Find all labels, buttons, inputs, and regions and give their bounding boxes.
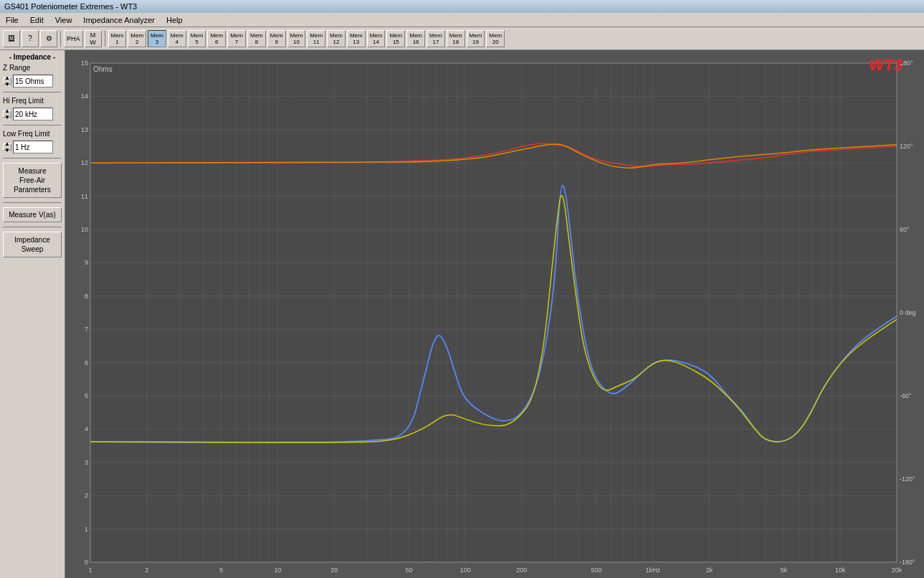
divider-4 (3, 202, 62, 203)
lo-freq-label: Low Freq Limit (3, 130, 62, 138)
toolbar-mem1[interactable]: Mem1 (108, 30, 127, 47)
toolbar: 🖼 ? ⚙ PHA MW Mem1 Mem2 Mem3 Mem4 Mem5 Me… (0, 27, 924, 50)
lo-freq-row: ▲▼ (3, 141, 62, 153)
menu-view[interactable]: View (52, 15, 75, 25)
toolbar-mem2[interactable]: Mem2 (128, 30, 146, 47)
toolbar-mem6[interactable]: Mem6 (207, 30, 226, 47)
toolbar-mem16[interactable]: Mem16 (406, 30, 425, 47)
toolbar-mem4[interactable]: Mem4 (168, 30, 186, 47)
toolbar-mem14[interactable]: Mem14 (367, 30, 386, 47)
toolbar-mem7[interactable]: Mem7 (227, 30, 246, 47)
toolbar-mem20[interactable]: Mem20 (486, 30, 505, 47)
measure-free-air-button[interactable]: MeasureFree-AirParameters (3, 163, 62, 198)
toolbar-mem11[interactable]: Mem11 (307, 30, 325, 47)
toolbar-mem9[interactable]: Mem9 (267, 30, 286, 47)
impedance-label: - Impedance - (3, 53, 62, 61)
toolbar-mem8[interactable]: Mem8 (247, 30, 266, 47)
titlebar: GS401 Poteniometer Extremes - WT3 (0, 0, 924, 13)
toolbar-mem18[interactable]: Mem18 (447, 30, 465, 47)
hi-freq-spinner[interactable]: ▲▼ (3, 110, 11, 118)
wt3-label: WT3 (870, 56, 902, 75)
divider-2 (3, 125, 62, 125)
divider-5 (3, 227, 62, 227)
toolbar-mem12[interactable]: Mem12 (327, 30, 346, 47)
hi-freq-input[interactable] (13, 108, 53, 120)
menu-impedance-analyzer[interactable]: Impedance Analyzer (80, 15, 158, 25)
main-area: - Impedance - Z Range ▲▼ Hi Freq Limit ▲… (0, 50, 924, 578)
impedance-sweep-button[interactable]: ImpedanceSweep (3, 232, 62, 257)
toolbar-mem10[interactable]: Mem10 (287, 30, 306, 47)
menu-edit[interactable]: Edit (27, 15, 47, 25)
toolbar-mem15[interactable]: Mem15 (386, 30, 405, 47)
toolbar-settings-btn[interactable]: ⚙ (40, 30, 57, 47)
left-panel: - Impedance - Z Range ▲▼ Hi Freq Limit ▲… (0, 50, 65, 578)
toolbar-mw-btn[interactable]: MW (85, 30, 102, 47)
divider-1 (3, 92, 62, 93)
toolbar-sep-1 (60, 31, 61, 47)
toolbar-mem13[interactable]: Mem13 (347, 30, 366, 47)
toolbar-sep-2 (105, 31, 105, 47)
z-range-spinner[interactable]: ▲▼ (3, 77, 11, 85)
toolbar-mem5[interactable]: Mem5 (188, 30, 206, 47)
toolbar-mem17[interactable]: Mem17 (427, 30, 445, 47)
menu-file[interactable]: File (3, 15, 22, 25)
chart-canvas (65, 50, 924, 578)
title-text: GS401 Poteniometer Extremes - WT3 (4, 2, 137, 11)
toolbar-mem3[interactable]: Mem3 (148, 30, 166, 47)
toolbar-help-btn[interactable]: ? (22, 30, 39, 47)
hi-freq-row: ▲▼ (3, 108, 62, 120)
toolbar-mem19[interactable]: Mem19 (467, 30, 485, 47)
lo-freq-input[interactable] (13, 141, 53, 153)
toolbar-pha-btn[interactable]: PHA (64, 30, 83, 47)
chart-area: WT3 (65, 50, 924, 578)
menubar: File Edit View Impedance Analyzer Help (0, 13, 924, 27)
z-range-label: Z Range (3, 64, 62, 72)
toolbar-icon-btn[interactable]: 🖼 (3, 30, 20, 47)
measure-vas-button[interactable]: Measure V(as) (3, 207, 62, 222)
z-range-input[interactable] (13, 75, 53, 87)
lo-freq-spinner[interactable]: ▲▼ (3, 143, 11, 151)
menu-help[interactable]: Help (163, 15, 186, 25)
divider-3 (3, 158, 62, 158)
z-range-row: ▲▼ (3, 75, 62, 87)
hi-freq-label: Hi Freq Limit (3, 97, 62, 105)
